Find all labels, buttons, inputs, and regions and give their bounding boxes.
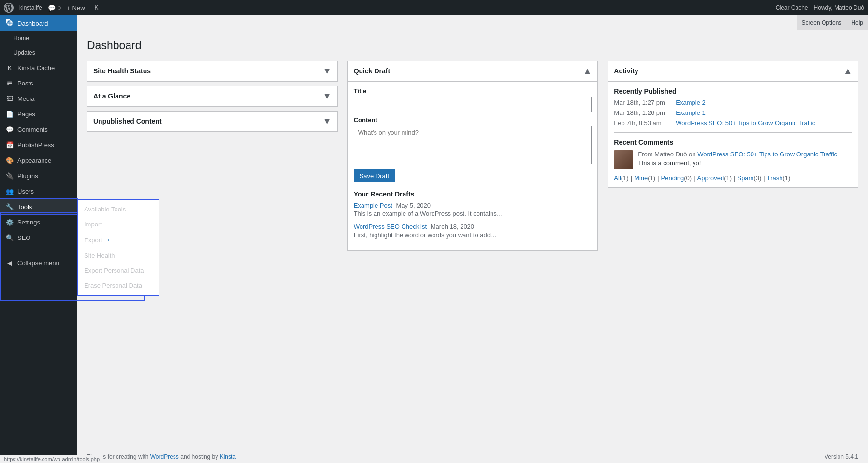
- activity-link-0[interactable]: Example 2: [676, 99, 705, 106]
- sidebar-users-label: Users: [17, 188, 34, 195]
- quick-draft-toggle[interactable]: ▲: [583, 66, 592, 76]
- save-draft-button[interactable]: Save Draft: [354, 169, 395, 182]
- activity-widget: Activity ▲ Recently Published Mar 18th, …: [608, 61, 858, 188]
- comments-trash-count: (1): [782, 174, 790, 182]
- comments-trash-link[interactable]: Trash: [767, 174, 783, 182]
- new-content-button[interactable]: + New: [63, 4, 89, 12]
- sidebar-item-pages[interactable]: 📄 Pages: [0, 106, 77, 122]
- comment-post-link[interactable]: WordPress SEO: 50+ Tips to Grow Organic …: [697, 151, 837, 158]
- sidebar-item-collapse[interactable]: ◀ Collapse menu: [0, 255, 77, 270]
- sidebar-item-dashboard[interactable]: Dashboard: [0, 15, 77, 31]
- draft-content-textarea[interactable]: [354, 126, 592, 164]
- column-3: Activity ▲ Recently Published Mar 18th, …: [608, 61, 858, 261]
- submenu-import[interactable]: Import: [78, 217, 159, 232]
- wp-body-content: Dashboard Site Health Status ▼: [77, 15, 868, 270]
- site-name[interactable]: kinstalife: [15, 0, 46, 15]
- sidebar-item-comments[interactable]: 💬 Comments: [0, 122, 77, 137]
- sidebar-item-home[interactable]: Home: [0, 31, 77, 45]
- quick-draft-widget: Quick Draft ▲ Title Content Save Draft: [347, 61, 598, 251]
- sidebar-item-plugins[interactable]: 🔌 Plugins: [0, 168, 77, 183]
- draft-date-0: May 5, 2020: [396, 202, 431, 209]
- clear-cache-button[interactable]: Clear Cache: [776, 4, 808, 11]
- comments-mine-link[interactable]: Mine: [634, 174, 648, 182]
- wp-content: Dashboard Site Health Status ▼: [77, 15, 868, 463]
- sidebar-pages-label: Pages: [17, 111, 35, 118]
- comments-spam-link[interactable]: Spam: [737, 174, 753, 182]
- draft-title-input[interactable]: [354, 97, 592, 113]
- sidebar-item-publishpress[interactable]: 📅 PublishPress: [0, 137, 77, 153]
- submenu-export[interactable]: Export ←: [78, 232, 159, 248]
- site-health-status-widget: Site Health Status ▼: [87, 61, 338, 82]
- at-a-glance-header[interactable]: At a Glance ▼: [87, 86, 337, 107]
- unpublished-content-header[interactable]: Unpublished Content ▼: [87, 112, 337, 132]
- sep-1: |: [631, 174, 632, 182]
- screen-options-button[interactable]: Screen Options: [797, 15, 847, 30]
- appearance-icon: 🎨: [6, 156, 14, 164]
- footer-wordpress-link[interactable]: WordPress: [150, 453, 179, 460]
- sidebar-plugins-label: Plugins: [17, 172, 38, 180]
- kinsta-logo[interactable]: K: [91, 0, 102, 15]
- comments-approved-link[interactable]: Approved: [697, 174, 724, 182]
- sidebar-home-label: Home: [14, 35, 29, 42]
- quick-draft-title: Quick Draft: [354, 67, 390, 75]
- draft-link-0[interactable]: Example Post: [354, 202, 392, 209]
- draft-excerpt-0: This is an example of a WordPress post. …: [354, 210, 592, 217]
- comments-all-link[interactable]: All: [614, 174, 621, 182]
- sidebar-comments-label: Comments: [17, 126, 48, 133]
- sidebar-settings-label: Settings: [17, 219, 40, 226]
- unpublished-content-title: Unpublished Content: [93, 117, 162, 125]
- sidebar-item-settings[interactable]: ⚙️ Settings: [0, 214, 77, 230]
- submenu-available-tools[interactable]: Available Tools: [78, 202, 159, 217]
- activity-link-2[interactable]: WordPress SEO: 50+ Tips to Grow Organic …: [676, 119, 815, 126]
- comment-item: From Matteo Duò on WordPress SEO: 50+ Ti…: [614, 150, 852, 169]
- footer-version: Version 5.4.1: [825, 453, 858, 460]
- activity-toggle[interactable]: ▲: [843, 66, 852, 76]
- sidebar-item-posts[interactable]: Posts: [0, 75, 77, 91]
- at-a-glance-toggle[interactable]: ▼: [323, 91, 332, 101]
- comment-body: This is a comment, yo!: [638, 159, 837, 168]
- help-button[interactable]: Help: [846, 15, 868, 30]
- page-title: Dashboard: [87, 39, 858, 53]
- sep-4: |: [734, 174, 735, 182]
- unpublished-content-widget: Unpublished Content ▼: [87, 111, 338, 132]
- site-health-status-header[interactable]: Site Health Status ▼: [87, 61, 337, 82]
- settings-icon: ⚙️: [6, 218, 14, 226]
- activity-time-0: Mar 18th, 1:27 pm: [614, 99, 672, 106]
- unpublished-content-toggle[interactable]: ▼: [323, 116, 332, 126]
- submenu-site-health[interactable]: Site Health: [78, 248, 159, 263]
- content-label: Content: [354, 116, 592, 124]
- sidebar-item-media[interactable]: 🖼 Media: [0, 91, 77, 106]
- comments-pending-link[interactable]: Pending: [661, 174, 684, 182]
- activity-link-1[interactable]: Example 1: [676, 109, 705, 116]
- plus-icon: +: [67, 4, 71, 12]
- sep-5: |: [763, 174, 765, 182]
- site-health-status-toggle[interactable]: ▼: [323, 66, 332, 76]
- sidebar-item-kinsta-cache[interactable]: K Kinsta Cache: [0, 60, 77, 75]
- sidebar-publishpress-label: PublishPress: [17, 141, 54, 149]
- at-a-glance-widget: At a Glance ▼: [87, 86, 338, 107]
- submenu-export-personal-data[interactable]: Export Personal Data: [78, 263, 159, 278]
- users-icon: 👥: [6, 187, 14, 195]
- activity-item-0: Mar 18th, 1:27 pm Example 2: [614, 99, 852, 106]
- kinsta-cache-icon: K: [6, 64, 14, 71]
- draft-link-1[interactable]: WordPress SEO Checklist: [354, 223, 427, 230]
- sidebar-item-users[interactable]: 👥 Users: [0, 183, 77, 199]
- sidebar-item-tools[interactable]: 🔧 Tools Available Tools Import Export ← …: [0, 199, 77, 214]
- sidebar-item-appearance[interactable]: 🎨 Appearance: [0, 153, 77, 168]
- admin-menu-wrap: Dashboard Home Updates K Kinsta Cache: [0, 15, 77, 463]
- footer-left: Thanks for creating with WordPress and h…: [87, 453, 236, 460]
- comments-count-item[interactable]: 💬 0: [48, 4, 61, 12]
- site-health-status-title: Site Health Status: [93, 67, 151, 75]
- sidebar-item-seo[interactable]: 🔍 SEO: [0, 230, 77, 245]
- sidebar-item-updates[interactable]: Updates: [0, 45, 77, 60]
- publishpress-icon: 📅: [6, 141, 14, 149]
- wp-wrap: Dashboard Home Updates K Kinsta Cache: [0, 15, 868, 463]
- comments-all-count: (1): [621, 174, 629, 182]
- sep-2: |: [657, 174, 659, 182]
- submenu-erase-personal-data[interactable]: Erase Personal Data: [78, 278, 159, 293]
- tools-icon: 🔧: [6, 203, 14, 210]
- dashboard-icon: [6, 19, 14, 27]
- export-label: Export: [84, 237, 102, 244]
- footer-kinsta-link[interactable]: Kinsta: [220, 453, 236, 460]
- plugins-icon: 🔌: [6, 172, 14, 180]
